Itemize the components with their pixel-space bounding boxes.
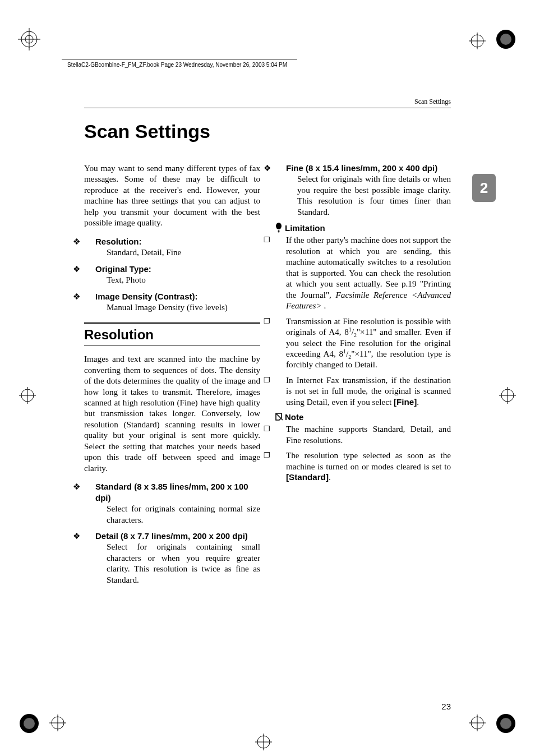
feature-text: Text, Photo bbox=[107, 274, 260, 285]
regmark-bottom-right-inner bbox=[469, 714, 486, 731]
feature-label: Image Density (Contrast): bbox=[95, 292, 198, 301]
bullet-icon: ❐ bbox=[275, 236, 286, 245]
mode-label: Detail (8 x 7.7 lines/mm, 200 x 200 dpi) bbox=[95, 531, 248, 541]
svg-point-27 bbox=[500, 718, 511, 729]
diamond-icon: ❖ bbox=[84, 481, 95, 492]
running-head: Scan Settings bbox=[414, 98, 451, 106]
page-title: Scan Settings bbox=[84, 121, 210, 142]
feature-text: Standard, Detail, Fine bbox=[107, 247, 260, 257]
bullet-icon: ❐ bbox=[275, 451, 286, 460]
regmark-top-right-outer bbox=[495, 28, 517, 50]
limitation-text: . bbox=[322, 301, 326, 310]
bullet-icon: ❐ bbox=[275, 317, 286, 326]
body-columns: You may want to send many different type… bbox=[84, 163, 451, 689]
intro-paragraph: You may want to send many different type… bbox=[84, 163, 260, 228]
limitation-text: In Internet Fax transmission, if the des… bbox=[286, 375, 451, 407]
diamond-icon: ❖ bbox=[84, 264, 95, 274]
note-text: . bbox=[329, 472, 331, 482]
svg-point-29 bbox=[278, 231, 279, 232]
note-label: Note bbox=[285, 412, 303, 422]
diamond-icon: ❖ bbox=[84, 531, 95, 541]
regmark-top-right-inner bbox=[469, 33, 486, 49]
regmark-bottom-left-inner bbox=[49, 714, 66, 731]
running-head-rule bbox=[84, 108, 451, 108]
section-resolution-heading: Resolution bbox=[84, 322, 260, 345]
header-meta: StellaC2-GBcombine-F_FM_ZF.book Page 23 … bbox=[67, 62, 287, 68]
note-item-2: ❐The resolution type selected as soon as… bbox=[286, 450, 451, 482]
feature-label: Original Type: bbox=[95, 264, 151, 274]
mode-label: Fine (8 x 15.4 lines/mm, 200 x 400 dpi) bbox=[286, 163, 437, 173]
limitation-item-1: ❐If the other party's machine does not s… bbox=[286, 234, 451, 311]
ui-label-fine: [Fine] bbox=[394, 397, 417, 407]
note-item-1: ❐The machine supports Standard, Detail, … bbox=[286, 423, 451, 445]
regmark-bottom-right-outer bbox=[495, 712, 517, 735]
mode-detail: ❖Detail (8 x 7.7 lines/mm, 200 x 200 dpi… bbox=[95, 531, 260, 585]
svg-point-28 bbox=[276, 223, 282, 229]
header-rule bbox=[62, 59, 297, 59]
feature-label: Resolution: bbox=[95, 237, 142, 246]
note-icon bbox=[275, 412, 285, 422]
svg-point-30 bbox=[278, 233, 279, 233]
regmark-left-mid bbox=[19, 387, 36, 404]
bullet-icon: ❐ bbox=[275, 425, 286, 434]
note-text: The machine supports Standard, Detail, a… bbox=[286, 424, 451, 444]
limitation-heading: Limitation bbox=[275, 223, 451, 233]
chapter-tab: 2 bbox=[472, 174, 496, 202]
resolution-intro: Images and text are scanned into the mac… bbox=[84, 353, 260, 473]
limitation-icon bbox=[275, 223, 285, 233]
diamond-icon: ❖ bbox=[84, 291, 95, 302]
feature-image-density: ❖Image Density (Contrast): Manual Image … bbox=[95, 291, 260, 313]
mode-text: Select for originals with fine details o… bbox=[297, 173, 451, 217]
bullet-icon: ❐ bbox=[275, 376, 286, 385]
regmark-bottom-center bbox=[255, 734, 272, 750]
mode-label: Standard (8 x 3.85 lines/mm, 200 x 100 d… bbox=[95, 482, 248, 502]
limitation-label: Limitation bbox=[285, 223, 325, 233]
mode-text: Select for originals containing normal s… bbox=[107, 503, 260, 525]
feature-text: Manual Image Density (five levels) bbox=[107, 302, 260, 312]
svg-point-5 bbox=[500, 34, 511, 45]
ui-label-standard: [Standard] bbox=[286, 472, 329, 482]
regmark-right-mid bbox=[499, 387, 516, 404]
diamond-icon: ❖ bbox=[275, 163, 286, 173]
regmark-bottom-left-outer bbox=[18, 712, 40, 735]
regmark-top-left bbox=[18, 28, 40, 50]
page-number: 23 bbox=[441, 702, 451, 711]
mode-standard: ❖Standard (8 x 3.85 lines/mm, 200 x 100 … bbox=[95, 481, 260, 525]
note-text: The resolution type selected as soon as … bbox=[286, 450, 451, 471]
feature-original-type: ❖Original Type: Text, Photo bbox=[95, 264, 260, 285]
feature-resolution: ❖Resolution: Standard, Detail, Fine bbox=[95, 236, 260, 258]
limitation-text: . bbox=[417, 397, 419, 407]
mode-text: Select for originals containing small ch… bbox=[107, 541, 260, 585]
limitation-item-3: ❐In Internet Fax transmission, if the de… bbox=[286, 375, 451, 407]
note-heading: Note bbox=[275, 412, 451, 422]
diamond-icon: ❖ bbox=[84, 236, 95, 247]
mode-fine: ❖Fine (8 x 15.4 lines/mm, 200 x 400 dpi)… bbox=[286, 163, 451, 217]
svg-point-16 bbox=[24, 718, 35, 729]
limitation-item-2: ❐Transmission at Fine resolution is poss… bbox=[286, 316, 451, 370]
